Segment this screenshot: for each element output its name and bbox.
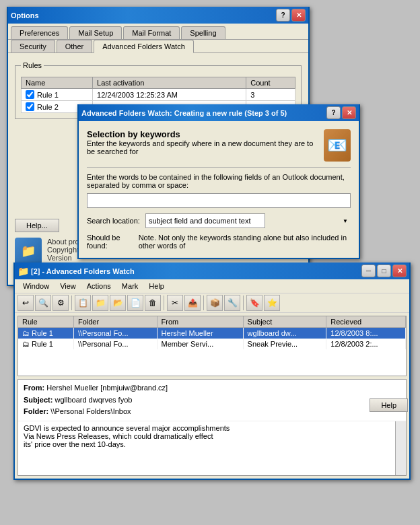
toolbar-btn-5[interactable]: 📁: [92, 295, 108, 311]
toolbar-btn-1[interactable]: ↩: [18, 295, 34, 311]
toolbar-btn-11[interactable]: 📦: [207, 295, 223, 311]
afw-menu-bar: Window View Actions Mark Help: [15, 279, 409, 293]
options-title-buttons: ? ✕: [276, 9, 306, 22]
toolbar-sep-4: [243, 295, 244, 310]
search-location-wrapper: subject field and document text: [145, 213, 351, 228]
wizard-content: Selection by keywords Enter the keywords…: [79, 121, 359, 258]
tab-security[interactable]: Security: [11, 40, 55, 53]
options-tabs-row1: Preferences Mail Setup Mail Format Spell…: [8, 24, 308, 40]
menu-mark[interactable]: Mark: [116, 281, 143, 291]
afw-help-button-overlay[interactable]: Help: [370, 398, 408, 412]
afw-minimize-btn[interactable]: ─: [361, 265, 376, 277]
tab-mail-setup[interactable]: Mail Setup: [69, 26, 122, 39]
preview-subject-label: Subject:: [24, 396, 53, 404]
row2-subject: Sneak Previe...: [243, 339, 326, 349]
rule1-name: Rule 1: [22, 89, 93, 101]
toolbar-btn-13[interactable]: 🔖: [246, 295, 262, 311]
afw-maximize-btn[interactable]: □: [377, 265, 391, 277]
preview-body-text: GDVI is expected to announce several maj…: [24, 424, 230, 448]
toolbar-btn-12[interactable]: 🔧: [224, 295, 240, 311]
preview-folder-value: \\Personal Folders\Inbox: [50, 407, 131, 415]
row2-received: 12/8/2003 2:...: [326, 339, 406, 349]
rules-group-label: Rules: [21, 61, 44, 69]
tab-mail-format[interactable]: Mail Format: [123, 26, 180, 39]
menu-help[interactable]: Help: [143, 281, 170, 291]
wizard-header: Selection by keywords Enter the keywords…: [87, 129, 318, 155]
col-count: Count: [246, 77, 295, 89]
options-title-bar: Options ? ✕: [8, 7, 308, 24]
tab-preferences[interactable]: Preferences: [11, 26, 68, 39]
afw-col-folder: Folder: [73, 316, 157, 328]
wizard-close-btn[interactable]: ✕: [342, 106, 356, 119]
afw-title-buttons: ─ □ ✕: [361, 265, 407, 277]
preview-from-value: Hershel Mueller [nbmjuiw@brand.cz]: [46, 384, 168, 392]
toolbar-sep-3: [203, 295, 204, 310]
wizard-section-desc: Enter the keywords and specify where in …: [87, 139, 318, 155]
table-row[interactable]: 🗂 Rule 1 \\Personal Fo... Member Servi..…: [18, 339, 406, 349]
toolbar-btn-4[interactable]: 📋: [75, 295, 91, 311]
help-button[interactable]: Help...: [15, 219, 59, 232]
toolbar-btn-9[interactable]: ✂: [167, 295, 183, 311]
tab-other[interactable]: Other: [57, 40, 93, 53]
menu-actions[interactable]: Actions: [81, 281, 116, 291]
toolbar-btn-7[interactable]: 📄: [127, 295, 143, 311]
wizard-section-title: Selection by keywords: [87, 129, 318, 139]
wizard-help-title-btn[interactable]: ?: [326, 106, 341, 119]
table-row[interactable]: 🗂 Rule 1 \\Personal Fo... Hershel Muelle…: [18, 328, 406, 339]
menu-view[interactable]: View: [55, 281, 81, 291]
rule1-checkbox[interactable]: [26, 90, 34, 99]
wizard-title-bar: Advanced Folders Watch: Creating a new r…: [79, 104, 359, 121]
row1-rule-icon: 🗂: [22, 329, 30, 337]
row1-folder: \\Personal Fo...: [73, 328, 157, 339]
search-location-row: Search location: subject field and docum…: [87, 213, 351, 228]
preview-subject-row: Subject: wgllboard dwqrves fyob: [24, 394, 400, 407]
options-close-btn[interactable]: ✕: [291, 9, 306, 22]
col-last-activation: Last activation: [93, 77, 246, 89]
toolbar-btn-2[interactable]: 🔍: [35, 295, 51, 311]
options-help-title-btn[interactable]: ?: [276, 9, 290, 22]
table-row[interactable]: Rule 1 12/24/2003 12:25:23 AM 3: [22, 89, 295, 101]
toolbar-btn-3[interactable]: ⚙: [53, 295, 69, 311]
wizard-window: Advanced Folders Watch: Creating a new r…: [77, 104, 360, 259]
preview-header: From: Hershel Mueller [nbmjuiw@brand.cz]…: [18, 380, 406, 421]
rule1-last-activation: 12/24/2003 12:25:23 AM: [93, 89, 246, 101]
toolbar-btn-10[interactable]: 📤: [184, 295, 201, 311]
row2-folder: \\Personal Fo...: [73, 339, 157, 349]
afw-table-container: Rule Folder From Subject Recieved 🗂 Rule…: [18, 316, 407, 376]
afw-toolbar: ↩ 🔍 ⚙ 📋 📁 📂 📄 🗑 ✂ 📤 📦 🔧 🔖 ⭐: [15, 293, 409, 313]
afw-window: 📁 [2] - Advanced Folders Watch ─ □ ✕ Win…: [13, 262, 411, 480]
wizard-title-buttons: ? ✕: [326, 106, 356, 119]
tab-advanced-folders[interactable]: Advanced Folders Watch: [94, 40, 193, 53]
search-location-select[interactable]: subject field and document text: [145, 213, 265, 228]
row1-received: 12/8/2003 8:...: [326, 328, 406, 339]
wizard-header-row: Selection by keywords Enter the keywords…: [87, 129, 351, 162]
rule2-checkbox[interactable]: [26, 102, 34, 111]
toolbar-btn-8[interactable]: 🗑: [145, 295, 161, 311]
keyword-input[interactable]: [87, 193, 351, 208]
preview-scrollbar[interactable]: [395, 421, 406, 475]
wizard-divider: [87, 167, 351, 168]
row1-rule: 🗂 Rule 1: [18, 328, 73, 339]
col-name: Name: [22, 77, 93, 89]
should-be-found-row: Should be found: Note. Not only the keyw…: [87, 234, 351, 250]
afw-col-rule: Rule: [18, 316, 73, 328]
toolbar-btn-6[interactable]: 📂: [110, 295, 126, 311]
preview-folder-label: Folder:: [24, 407, 48, 415]
row2-from: Member Servi...: [157, 339, 243, 349]
about-icon: 📁: [15, 238, 42, 265]
note-text: Note. Not only the keywords standing alo…: [139, 234, 351, 250]
preview-from-row: From: Hershel Mueller [nbmjuiw@brand.cz]: [24, 382, 400, 394]
should-be-found-label: Should be found:: [87, 234, 133, 250]
search-location-label: Search location:: [87, 217, 140, 225]
wizard-instruction: Enter the words to be contained in the f…: [87, 173, 351, 189]
menu-window[interactable]: Window: [18, 281, 55, 291]
afw-close-btn[interactable]: ✕: [392, 265, 407, 277]
afw-title: [2] - Advanced Folders Watch: [31, 267, 361, 275]
wizard-icon: 📧: [324, 129, 351, 162]
toolbar-btn-14[interactable]: ⭐: [264, 295, 280, 311]
afw-col-from: From: [157, 316, 243, 328]
options-title: Options: [11, 11, 276, 20]
row2-rule: 🗂 Rule 1: [18, 339, 73, 349]
row1-subject: wgllboard dw...: [243, 328, 326, 339]
tab-spelling[interactable]: Spelling: [181, 26, 225, 39]
